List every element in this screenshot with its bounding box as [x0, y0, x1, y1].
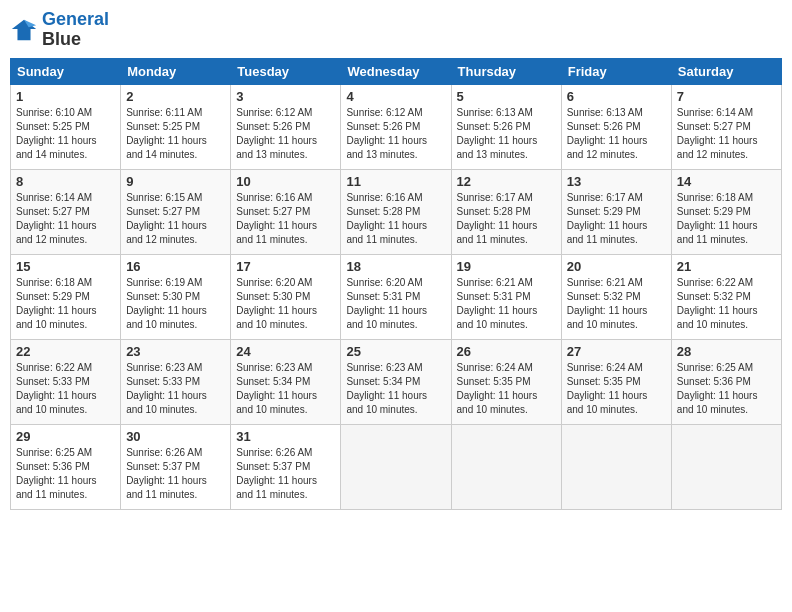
- day-info: Sunrise: 6:23 AMSunset: 5:34 PMDaylight:…: [236, 361, 335, 417]
- day-header-sunday: Sunday: [11, 58, 121, 84]
- day-info: Sunrise: 6:26 AMSunset: 5:37 PMDaylight:…: [236, 446, 335, 502]
- calendar-day-22: 22 Sunrise: 6:22 AMSunset: 5:33 PMDaylig…: [11, 339, 121, 424]
- calendar-day-9: 9 Sunrise: 6:15 AMSunset: 5:27 PMDayligh…: [121, 169, 231, 254]
- day-info: Sunrise: 6:21 AMSunset: 5:31 PMDaylight:…: [457, 276, 556, 332]
- day-number: 31: [236, 429, 335, 444]
- day-info: Sunrise: 6:18 AMSunset: 5:29 PMDaylight:…: [677, 191, 776, 247]
- calendar-week-3: 15 Sunrise: 6:18 AMSunset: 5:29 PMDaylig…: [11, 254, 782, 339]
- day-number: 14: [677, 174, 776, 189]
- day-info: Sunrise: 6:16 AMSunset: 5:27 PMDaylight:…: [236, 191, 335, 247]
- calendar-day-13: 13 Sunrise: 6:17 AMSunset: 5:29 PMDaylig…: [561, 169, 671, 254]
- day-number: 17: [236, 259, 335, 274]
- calendar-week-5: 29 Sunrise: 6:25 AMSunset: 5:36 PMDaylig…: [11, 424, 782, 509]
- calendar-day-8: 8 Sunrise: 6:14 AMSunset: 5:27 PMDayligh…: [11, 169, 121, 254]
- calendar-day-16: 16 Sunrise: 6:19 AMSunset: 5:30 PMDaylig…: [121, 254, 231, 339]
- day-number: 27: [567, 344, 666, 359]
- day-info: Sunrise: 6:22 AMSunset: 5:33 PMDaylight:…: [16, 361, 115, 417]
- day-number: 21: [677, 259, 776, 274]
- day-number: 3: [236, 89, 335, 104]
- day-number: 30: [126, 429, 225, 444]
- day-info: Sunrise: 6:22 AMSunset: 5:32 PMDaylight:…: [677, 276, 776, 332]
- svg-marker-0: [12, 20, 36, 41]
- day-info: Sunrise: 6:12 AMSunset: 5:26 PMDaylight:…: [236, 106, 335, 162]
- day-info: Sunrise: 6:13 AMSunset: 5:26 PMDaylight:…: [567, 106, 666, 162]
- day-number: 8: [16, 174, 115, 189]
- day-info: Sunrise: 6:23 AMSunset: 5:33 PMDaylight:…: [126, 361, 225, 417]
- day-number: 18: [346, 259, 445, 274]
- day-number: 16: [126, 259, 225, 274]
- day-number: 10: [236, 174, 335, 189]
- calendar-table: SundayMondayTuesdayWednesdayThursdayFrid…: [10, 58, 782, 510]
- day-number: 4: [346, 89, 445, 104]
- calendar-day-14: 14 Sunrise: 6:18 AMSunset: 5:29 PMDaylig…: [671, 169, 781, 254]
- calendar-day-30: 30 Sunrise: 6:26 AMSunset: 5:37 PMDaylig…: [121, 424, 231, 509]
- calendar-day-27: 27 Sunrise: 6:24 AMSunset: 5:35 PMDaylig…: [561, 339, 671, 424]
- day-info: Sunrise: 6:15 AMSunset: 5:27 PMDaylight:…: [126, 191, 225, 247]
- day-info: Sunrise: 6:20 AMSunset: 5:30 PMDaylight:…: [236, 276, 335, 332]
- calendar-day-7: 7 Sunrise: 6:14 AMSunset: 5:27 PMDayligh…: [671, 84, 781, 169]
- calendar-day-4: 4 Sunrise: 6:12 AMSunset: 5:26 PMDayligh…: [341, 84, 451, 169]
- day-header-monday: Monday: [121, 58, 231, 84]
- logo: GeneralBlue: [10, 10, 109, 50]
- day-info: Sunrise: 6:23 AMSunset: 5:34 PMDaylight:…: [346, 361, 445, 417]
- calendar-day-3: 3 Sunrise: 6:12 AMSunset: 5:26 PMDayligh…: [231, 84, 341, 169]
- day-header-wednesday: Wednesday: [341, 58, 451, 84]
- day-info: Sunrise: 6:19 AMSunset: 5:30 PMDaylight:…: [126, 276, 225, 332]
- day-info: Sunrise: 6:24 AMSunset: 5:35 PMDaylight:…: [567, 361, 666, 417]
- calendar-day-12: 12 Sunrise: 6:17 AMSunset: 5:28 PMDaylig…: [451, 169, 561, 254]
- day-info: Sunrise: 6:10 AMSunset: 5:25 PMDaylight:…: [16, 106, 115, 162]
- day-info: Sunrise: 6:20 AMSunset: 5:31 PMDaylight:…: [346, 276, 445, 332]
- calendar-day-15: 15 Sunrise: 6:18 AMSunset: 5:29 PMDaylig…: [11, 254, 121, 339]
- day-number: 9: [126, 174, 225, 189]
- logo-text: GeneralBlue: [42, 10, 109, 50]
- empty-day: [671, 424, 781, 509]
- day-number: 2: [126, 89, 225, 104]
- calendar-week-4: 22 Sunrise: 6:22 AMSunset: 5:33 PMDaylig…: [11, 339, 782, 424]
- day-number: 1: [16, 89, 115, 104]
- calendar-day-29: 29 Sunrise: 6:25 AMSunset: 5:36 PMDaylig…: [11, 424, 121, 509]
- day-info: Sunrise: 6:25 AMSunset: 5:36 PMDaylight:…: [677, 361, 776, 417]
- day-number: 11: [346, 174, 445, 189]
- day-number: 28: [677, 344, 776, 359]
- calendar-day-6: 6 Sunrise: 6:13 AMSunset: 5:26 PMDayligh…: [561, 84, 671, 169]
- calendar-day-18: 18 Sunrise: 6:20 AMSunset: 5:31 PMDaylig…: [341, 254, 451, 339]
- calendar-day-20: 20 Sunrise: 6:21 AMSunset: 5:32 PMDaylig…: [561, 254, 671, 339]
- calendar-header: SundayMondayTuesdayWednesdayThursdayFrid…: [11, 58, 782, 84]
- calendar-week-1: 1 Sunrise: 6:10 AMSunset: 5:25 PMDayligh…: [11, 84, 782, 169]
- day-number: 29: [16, 429, 115, 444]
- calendar-day-11: 11 Sunrise: 6:16 AMSunset: 5:28 PMDaylig…: [341, 169, 451, 254]
- logo-icon: [10, 16, 38, 44]
- calendar-day-24: 24 Sunrise: 6:23 AMSunset: 5:34 PMDaylig…: [231, 339, 341, 424]
- empty-day: [561, 424, 671, 509]
- page-header: GeneralBlue: [10, 10, 782, 50]
- day-info: Sunrise: 6:14 AMSunset: 5:27 PMDaylight:…: [16, 191, 115, 247]
- day-header-thursday: Thursday: [451, 58, 561, 84]
- empty-day: [341, 424, 451, 509]
- day-number: 5: [457, 89, 556, 104]
- calendar-day-21: 21 Sunrise: 6:22 AMSunset: 5:32 PMDaylig…: [671, 254, 781, 339]
- calendar-day-1: 1 Sunrise: 6:10 AMSunset: 5:25 PMDayligh…: [11, 84, 121, 169]
- day-header-friday: Friday: [561, 58, 671, 84]
- calendar-day-23: 23 Sunrise: 6:23 AMSunset: 5:33 PMDaylig…: [121, 339, 231, 424]
- calendar-day-31: 31 Sunrise: 6:26 AMSunset: 5:37 PMDaylig…: [231, 424, 341, 509]
- empty-day: [451, 424, 561, 509]
- day-number: 23: [126, 344, 225, 359]
- day-info: Sunrise: 6:25 AMSunset: 5:36 PMDaylight:…: [16, 446, 115, 502]
- calendar-day-10: 10 Sunrise: 6:16 AMSunset: 5:27 PMDaylig…: [231, 169, 341, 254]
- day-info: Sunrise: 6:17 AMSunset: 5:29 PMDaylight:…: [567, 191, 666, 247]
- calendar-day-28: 28 Sunrise: 6:25 AMSunset: 5:36 PMDaylig…: [671, 339, 781, 424]
- day-number: 15: [16, 259, 115, 274]
- calendar-day-25: 25 Sunrise: 6:23 AMSunset: 5:34 PMDaylig…: [341, 339, 451, 424]
- day-info: Sunrise: 6:21 AMSunset: 5:32 PMDaylight:…: [567, 276, 666, 332]
- day-number: 22: [16, 344, 115, 359]
- day-number: 20: [567, 259, 666, 274]
- day-info: Sunrise: 6:26 AMSunset: 5:37 PMDaylight:…: [126, 446, 225, 502]
- day-number: 19: [457, 259, 556, 274]
- day-info: Sunrise: 6:13 AMSunset: 5:26 PMDaylight:…: [457, 106, 556, 162]
- calendar-day-5: 5 Sunrise: 6:13 AMSunset: 5:26 PMDayligh…: [451, 84, 561, 169]
- day-info: Sunrise: 6:18 AMSunset: 5:29 PMDaylight:…: [16, 276, 115, 332]
- day-info: Sunrise: 6:11 AMSunset: 5:25 PMDaylight:…: [126, 106, 225, 162]
- day-number: 13: [567, 174, 666, 189]
- day-number: 7: [677, 89, 776, 104]
- day-info: Sunrise: 6:17 AMSunset: 5:28 PMDaylight:…: [457, 191, 556, 247]
